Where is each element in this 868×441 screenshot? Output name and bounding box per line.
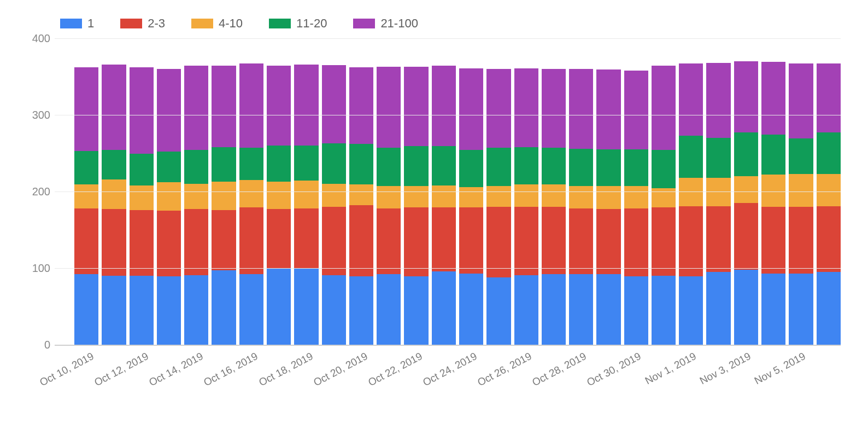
bar-segment-1 xyxy=(652,276,676,345)
legend-item-1[interactable]: 1 xyxy=(60,16,94,31)
bar-segment-11-20 xyxy=(486,148,511,186)
bar[interactable] xyxy=(102,65,126,345)
bar[interactable] xyxy=(432,66,456,345)
bar[interactable] xyxy=(706,63,730,345)
bar-segment-1 xyxy=(542,274,566,345)
legend-swatch-4-10-icon xyxy=(191,19,213,28)
bar-segment-4-10 xyxy=(404,186,428,207)
legend-item-11-20[interactable]: 11-20 xyxy=(269,16,327,31)
bar-segment-1 xyxy=(459,274,483,345)
bar-segment-4-10 xyxy=(734,176,758,203)
bar-segment-4-10 xyxy=(267,182,291,209)
bar-segment-21-100 xyxy=(322,65,346,143)
bar[interactable] xyxy=(652,66,676,345)
bar[interactable] xyxy=(734,61,758,345)
bar-segment-1 xyxy=(404,276,428,345)
y-tick-label: 400 xyxy=(24,32,50,45)
bar-segment-2-3 xyxy=(184,209,208,275)
bar[interactable] xyxy=(569,69,593,345)
legend-swatch-11-20-icon xyxy=(269,19,291,28)
bar-segment-2-3 xyxy=(569,208,593,274)
bar[interactable] xyxy=(514,68,538,345)
bar[interactable] xyxy=(459,68,483,345)
bar-segment-21-100 xyxy=(596,69,620,149)
bar[interactable] xyxy=(404,67,428,345)
bar-segment-2-3 xyxy=(652,207,676,276)
bar[interactable] xyxy=(157,69,181,345)
bar-segment-21-100 xyxy=(267,66,291,146)
bar-segment-4-10 xyxy=(102,179,126,210)
bar[interactable] xyxy=(624,71,648,345)
bar-segment-2-3 xyxy=(459,207,483,273)
legend-item-4-10[interactable]: 4-10 xyxy=(191,16,243,31)
y-tick-label: 200 xyxy=(24,185,50,198)
bar-segment-4-10 xyxy=(130,185,154,210)
x-tick-label: Oct 24, 2019 xyxy=(421,350,479,389)
legend-item-21-100[interactable]: 21-100 xyxy=(353,16,418,31)
bar[interactable] xyxy=(761,62,785,345)
bar[interactable] xyxy=(294,65,318,345)
bar-segment-2-3 xyxy=(322,207,346,275)
bar-segment-21-100 xyxy=(817,63,841,132)
bar-segment-4-10 xyxy=(349,184,373,205)
gridline xyxy=(55,268,841,269)
legend: 1 2-3 4-10 11-20 21-100 xyxy=(16,16,852,31)
bar[interactable] xyxy=(679,63,703,345)
bar-segment-21-100 xyxy=(569,69,593,149)
bar-segment-4-10 xyxy=(432,185,456,208)
bar[interactable] xyxy=(789,63,813,345)
bar[interactable] xyxy=(212,66,236,345)
bar[interactable] xyxy=(349,67,373,345)
bar[interactable] xyxy=(239,63,263,345)
bar[interactable] xyxy=(486,69,511,345)
bar-segment-21-100 xyxy=(130,67,154,154)
y-tick-label: 100 xyxy=(24,262,50,275)
bar-segment-1 xyxy=(294,268,318,345)
bar[interactable] xyxy=(267,66,291,345)
legend-item-2-3[interactable]: 2-3 xyxy=(120,16,165,31)
bar-segment-2-3 xyxy=(596,209,620,274)
bar-segment-4-10 xyxy=(239,180,263,207)
bar-segment-21-100 xyxy=(486,69,511,148)
bar-segment-4-10 xyxy=(294,181,318,208)
bar[interactable] xyxy=(542,69,566,345)
bar-segment-2-3 xyxy=(817,206,841,272)
bar[interactable] xyxy=(130,67,154,345)
bar-segment-21-100 xyxy=(761,62,785,135)
bar-segment-11-20 xyxy=(102,150,126,179)
x-tick-label: Oct 14, 2019 xyxy=(147,350,205,389)
bar-segment-21-100 xyxy=(74,67,98,151)
bar[interactable] xyxy=(817,63,841,345)
bar-segment-1 xyxy=(596,274,620,345)
bar-segment-2-3 xyxy=(74,208,98,274)
bar-segment-21-100 xyxy=(542,69,566,148)
bar-segment-21-100 xyxy=(459,68,483,150)
bar[interactable] xyxy=(184,66,208,345)
x-tick-label: Oct 26, 2019 xyxy=(476,350,533,389)
bar-segment-1 xyxy=(624,276,648,345)
legend-label: 2-3 xyxy=(148,16,165,31)
bar-segment-2-3 xyxy=(404,207,428,276)
legend-label: 4-10 xyxy=(219,16,243,31)
bar-segment-2-3 xyxy=(212,210,236,271)
bar-segment-11-20 xyxy=(74,151,98,185)
bar-segment-21-100 xyxy=(652,66,676,150)
legend-swatch-1-icon xyxy=(60,19,82,28)
bar[interactable] xyxy=(377,67,401,345)
bar-segment-1 xyxy=(761,274,785,345)
bar[interactable] xyxy=(322,65,346,345)
bar-segment-21-100 xyxy=(184,66,208,150)
bar-segment-1 xyxy=(377,274,401,345)
bar-segment-11-20 xyxy=(267,146,291,182)
bar-segment-11-20 xyxy=(349,144,373,184)
bar[interactable] xyxy=(596,69,620,345)
bar-segment-21-100 xyxy=(102,65,126,150)
bar[interactable] xyxy=(74,67,98,345)
bar-segment-1 xyxy=(184,275,208,345)
bar-segment-4-10 xyxy=(789,174,813,207)
legend-label: 11-20 xyxy=(296,16,327,31)
bar-segment-21-100 xyxy=(432,66,456,146)
bar-segment-2-3 xyxy=(102,209,126,276)
bar-segment-2-3 xyxy=(267,209,291,269)
legend-label: 1 xyxy=(87,16,94,31)
